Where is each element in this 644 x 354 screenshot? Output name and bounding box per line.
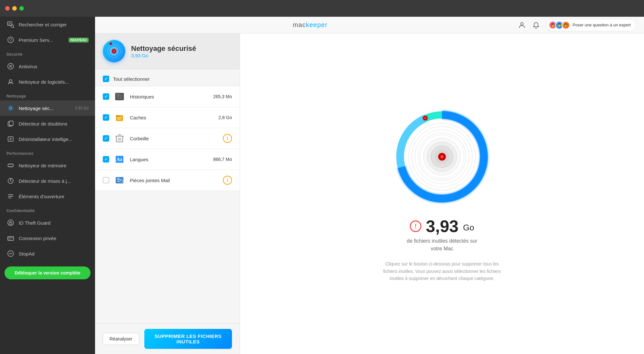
list-item[interactable]: Aa Langues 866,7 Mo: [95, 149, 240, 170]
select-all-row[interactable]: Tout sélectionner: [95, 72, 240, 86]
expert-avatar-3: 👩: [562, 21, 570, 29]
minimize-button[interactable]: [12, 6, 17, 11]
left-panel: Nettoyage sécurisé 3,93 Go Tout sélectio…: [95, 33, 240, 354]
memoire-label: Nettoyeur de mémoire: [19, 163, 89, 168]
svg-rect-24: [8, 237, 14, 240]
pieces-jointes-checkbox[interactable]: [103, 177, 109, 183]
nettoyeur-logiciels-label: Nettoyeur de logiciels...: [19, 79, 89, 85]
maximize-button[interactable]: [19, 6, 24, 11]
alert-icon: !: [410, 220, 421, 232]
nettoyage-sec-icon: [6, 104, 15, 112]
panel-subtitle: 3,93 Go: [131, 53, 232, 58]
svg-point-35: [110, 42, 112, 45]
svg-rect-37: [116, 94, 120, 95]
connexion-privee-icon: [6, 234, 15, 242]
sidebar-item-premium[interactable]: Premium Serv... NOUVEAU: [0, 32, 95, 48]
corbeille-name: Corbeille: [130, 136, 218, 141]
nettoyeur-logiciels-icon: [6, 78, 15, 86]
select-all-checkbox[interactable]: [103, 76, 109, 82]
historiques-size: 265,3 Mo: [213, 94, 232, 99]
svg-rect-40: [116, 98, 122, 98]
corbeille-checkbox[interactable]: [103, 135, 109, 142]
historiques-name: Historiques: [130, 94, 209, 99]
size-number: 3,93: [426, 218, 458, 235]
unlock-button[interactable]: Débloquer la version complète: [5, 266, 91, 279]
svg-point-25: [9, 239, 9, 239]
stopad-label: StopAd: [19, 251, 89, 256]
sidebar-item-elements-ouverture[interactable]: Éléments d'ouverture: [0, 189, 95, 204]
desinstallateur-icon: [6, 135, 15, 143]
id-theft-label: ID Theft Guard: [19, 220, 89, 226]
sidebar-item-connexion-privee[interactable]: Connexion privée: [0, 230, 95, 246]
panel-icon-wrap: [103, 40, 125, 62]
stats-area: ! 3,93 Go de fichiers inutiles détectés …: [407, 218, 477, 253]
id-theft-icon: [6, 219, 15, 227]
select-all-label: Tout sélectionner: [113, 76, 149, 82]
pieces-jointes-info-icon[interactable]: i: [223, 176, 232, 185]
mackeeper-logo: mackeeper: [293, 21, 328, 29]
reanalyze-button[interactable]: Réanalyser: [103, 333, 139, 345]
caches-name: Caches: [130, 115, 214, 120]
section-nettoyage: Nettoyage: [0, 89, 95, 100]
elements-ouverture-label: Éléments d'ouverture: [19, 194, 89, 199]
list-item[interactable]: Caches 2,8 Go: [95, 107, 240, 128]
premium-label: Premium Serv...: [19, 37, 65, 43]
sidebar-item-doublons[interactable]: Détecteur de doublons: [0, 116, 95, 131]
svg-rect-49: [116, 177, 123, 183]
svg-rect-38: [116, 95, 123, 96]
panel-header: Nettoyage sécurisé 3,93 Go: [95, 33, 240, 69]
list-item[interactable]: Corbeille i: [95, 128, 240, 149]
sidebar-item-nettoyage-sec[interactable]: Nettoyage séc... 3,93 Go: [0, 100, 95, 116]
checklist: Tout sélectionner: [95, 69, 240, 323]
sidebar-item-memoire[interactable]: Nettoyeur de mémoire: [0, 158, 95, 173]
sidebar-item-rechercher[interactable]: Rechercher et corriger: [0, 17, 95, 32]
section-performances: Performances: [0, 147, 95, 158]
delete-button[interactable]: SUPPRIMER LES FICHIERS INUTILES: [144, 329, 232, 349]
hint-text: Cliquez sur le bouton ci-dessous pour su…: [378, 260, 506, 282]
antivirus-label: Antivirus: [19, 64, 89, 69]
user-icon[interactable]: [517, 21, 526, 30]
svg-point-66: [440, 155, 444, 158]
svg-rect-23: [9, 223, 12, 225]
expert-label: Poser une question à un expert: [572, 23, 631, 27]
expert-button[interactable]: 👩 👨 👩 Poser une question à un expert: [546, 19, 636, 31]
sidebar-item-id-theft[interactable]: ID Theft Guard: [0, 215, 95, 230]
close-button[interactable]: [5, 6, 10, 11]
corbeille-info-icon[interactable]: i: [223, 134, 232, 143]
sidebar-item-stopad[interactable]: StopAd: [0, 246, 95, 261]
size-unit: Go: [463, 223, 474, 233]
svg-text:Aa: Aa: [117, 157, 122, 162]
svg-rect-39: [116, 97, 121, 97]
corbeille-icon: [114, 133, 125, 144]
search-fix-icon: [6, 20, 15, 29]
svg-point-28: [521, 23, 523, 25]
langues-name: Langues: [130, 157, 209, 162]
sidebar-item-nettoyeur-logiciels[interactable]: Nettoyeur de logiciels...: [0, 74, 95, 89]
donut-chart: [390, 105, 494, 208]
sidebar-item-antivirus[interactable]: Antivirus: [0, 59, 95, 74]
panel-bottom: Réanalyser SUPPRIMER LES FICHIERS INUTIL…: [95, 323, 240, 354]
desinstallateur-label: Désinstallateur intellige...: [19, 136, 89, 142]
nettoyage-sec-size: 3,93 Go: [75, 106, 89, 110]
right-panel: ! 3,93 Go de fichiers inutiles détectés …: [240, 33, 644, 354]
historiques-checkbox[interactable]: [103, 93, 109, 100]
svg-point-10: [10, 107, 11, 109]
rechercher-label: Rechercher et corriger: [19, 22, 89, 27]
nettoyage-icon: [103, 40, 125, 62]
doublons-label: Détecteur de doublons: [19, 121, 89, 126]
mises-a-jour-icon: [6, 177, 15, 185]
langues-checkbox[interactable]: [103, 156, 109, 163]
list-item[interactable]: Historiques 265,3 Mo: [95, 86, 240, 107]
sidebar-item-mises-a-jour[interactable]: Détecteur de mises à j...: [0, 173, 95, 189]
caches-checkbox[interactable]: [103, 114, 109, 121]
svg-point-34: [113, 50, 115, 52]
svg-rect-42: [116, 115, 119, 116]
title-bar: [0, 0, 644, 17]
pieces-jointes-name: Pièces jointes Mail: [130, 178, 218, 183]
langues-size: 866,7 Mo: [213, 157, 232, 162]
connexion-privee-label: Connexion privée: [19, 236, 89, 241]
bell-icon[interactable]: [532, 21, 541, 30]
sidebar-item-desinstallateur[interactable]: Désinstallateur intellige...: [0, 131, 95, 147]
panel-title-area: Nettoyage sécurisé 3,93 Go: [131, 44, 232, 58]
list-item[interactable]: Pièces jointes Mail i: [95, 170, 240, 191]
